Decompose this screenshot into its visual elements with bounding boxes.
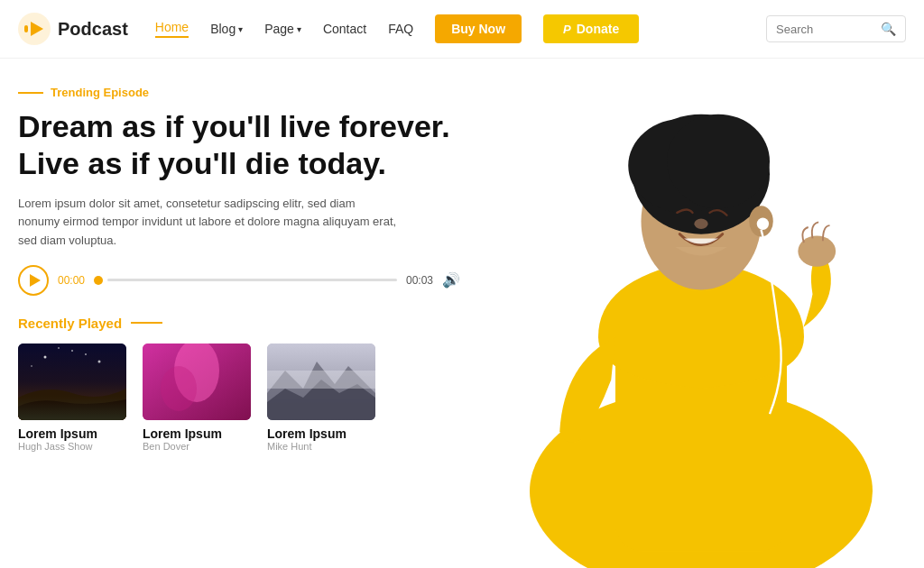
list-item[interactable]: Lorem Ipsum Mike Hunt [267,344,375,452]
search-input[interactable] [776,23,875,36]
logo-text: Podcast [58,19,128,40]
progress-track [107,279,397,281]
time-start: 00:00 [58,274,85,287]
recently-played-label: Recently Played [18,316,460,331]
svg-point-22 [694,219,707,229]
card-thumbnail-pink [143,344,251,420]
buy-now-button[interactable]: Buy Now [435,14,522,43]
cards-row: Lorem Ipsum Hugh Jass Show [18,344,460,452]
hero-description: Lorem ipsum dolor sit amet, consetetur s… [18,195,397,251]
hero-title: Dream as if you'll live forever. Live as… [18,108,460,182]
svg-point-24 [757,218,769,230]
recently-played-line [131,322,162,324]
logo[interactable]: Podcast [18,13,128,45]
card-subtitle: Mike Hunt [267,441,375,452]
play-icon [30,274,41,287]
time-end: 00:03 [406,274,433,287]
svg-rect-14 [267,371,375,389]
svg-point-4 [44,355,47,358]
trending-line [18,92,43,94]
svg-rect-3 [18,344,126,420]
svg-point-12 [161,366,197,411]
progress-dot [94,276,103,285]
volume-icon[interactable]: 🔊 [442,271,460,289]
donate-button[interactable]: P Donate [543,14,639,43]
svg-rect-2 [24,25,28,32]
svg-point-21 [667,115,770,209]
trending-label: Trending Episode [18,86,460,99]
nav-home[interactable]: Home [155,20,189,38]
card-subtitle: Hugh Jass Show [18,441,126,452]
main-nav: Home Blog Page Contact FAQ Buy Now P Don… [155,14,766,43]
card-title: Lorem Ipsum [267,426,375,441]
hero-image-area [478,59,924,568]
header: Podcast Home Blog Page Contact FAQ Buy N… [0,0,924,59]
card-title: Lorem Ipsum [143,426,251,441]
svg-point-6 [98,360,101,362]
card-thumbnail-mountain [267,344,375,420]
logo-icon [18,13,51,45]
svg-point-5 [71,350,73,352]
progress-bar[interactable] [94,276,397,285]
nav-page[interactable]: Page [264,22,301,36]
list-item[interactable]: Lorem Ipsum Ben Dover [143,344,251,452]
card-subtitle: Ben Dover [143,441,251,452]
hero-content: Trending Episode Dream as if you'll live… [0,59,478,568]
audio-player: 00:00 00:03 🔊 [18,265,460,296]
main-content: Trending Episode Dream as if you'll live… [0,59,924,568]
nav-blog[interactable]: Blog [210,22,243,36]
search-box: 🔍 [766,15,906,42]
card-title: Lorem Ipsum [18,426,126,441]
svg-point-7 [58,347,60,349]
play-button[interactable] [18,265,49,296]
nav-contact[interactable]: Contact [323,22,366,36]
svg-point-9 [31,365,32,367]
card-thumbnail-night [18,344,126,420]
list-item[interactable]: Lorem Ipsum Hugh Jass Show [18,344,126,452]
svg-point-8 [85,353,87,355]
search-button[interactable]: 🔍 [881,22,896,36]
paypal-icon: P [563,23,571,36]
nav-faq[interactable]: FAQ [388,22,413,36]
hero-person-illustration [478,59,924,568]
